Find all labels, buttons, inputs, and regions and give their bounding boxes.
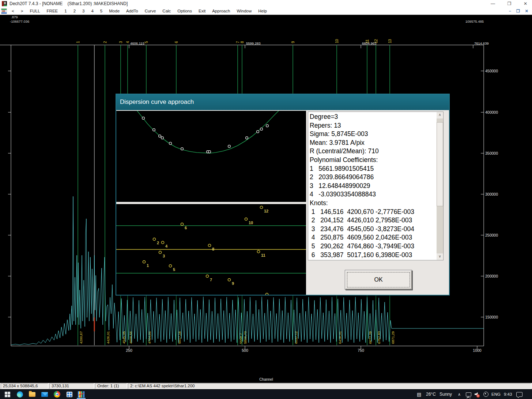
clock[interactable]: 9:43: [504, 389, 512, 399]
menu-item-Mode[interactable]: Mode: [106, 8, 123, 14]
svg-text:2: 2: [103, 41, 107, 43]
mail-icon[interactable]: [39, 389, 50, 399]
panel-scrollbar[interactable]: ∧ ∨: [437, 112, 443, 260]
svg-text:250: 250: [126, 348, 132, 353]
svg-text:6604,963: 6604,963: [362, 41, 377, 45]
menu-item-2[interactable]: 2: [70, 8, 79, 14]
svg-text:10: 10: [249, 221, 253, 225]
info-line: 3 234,476 4545,050 -3,8273E-004: [310, 225, 430, 234]
mdi-close-button[interactable]: ✕: [525, 9, 528, 14]
svg-text:8: 8: [212, 247, 214, 251]
status-order: Order: 1 (1): [95, 383, 127, 389]
svg-text:13: 13: [388, 39, 392, 43]
svg-text:7: 7: [236, 41, 240, 43]
menu-bar: 100 <>FULLFREE12345ModeAddToCurveCalcOpt…: [0, 7, 532, 15]
scroll-down-icon[interactable]: ∨: [437, 253, 443, 260]
file-explorer-icon[interactable]: [27, 389, 37, 399]
svg-text:5806,73: 5806,73: [243, 331, 247, 344]
svg-text:5: 5: [144, 41, 148, 43]
svg-text:300000: 300000: [485, 192, 498, 196]
chrome-icon[interactable]: [52, 389, 62, 399]
svg-text:400000: 400000: [485, 110, 498, 114]
mdi-minimize-button[interactable]: –: [509, 9, 511, 14]
info-line: Mean: 3.9781 A/pix: [310, 139, 430, 147]
ok-button[interactable]: OK: [345, 270, 412, 290]
action-center-icon[interactable]: [516, 389, 522, 399]
scroll-up-icon[interactable]: ∧: [437, 112, 443, 118]
svg-text:3: 3: [119, 41, 123, 43]
svg-text:3: 3: [163, 254, 165, 258]
scrollbar-thumb[interactable]: [437, 122, 443, 206]
info-line: Knots:: [310, 199, 430, 208]
restore-button[interactable]: ❐: [503, 0, 516, 7]
zoom-100-icon[interactable]: 100: [1, 8, 7, 14]
residual-points: 12345678910111213: [143, 206, 274, 295]
weather-condition[interactable]: Sunny: [439, 389, 452, 399]
taskbar: ▤ 26°C Sunny ∧ ✕ ENG 9:43: [0, 389, 532, 399]
status-cursor-coords: 25,034 x 508845,6: [1, 383, 48, 389]
start-button[interactable]: [2, 389, 12, 399]
tray-chevron-icon[interactable]: ∧: [458, 389, 461, 399]
mdi-controls: – ❐ ✕: [509, 9, 532, 14]
approach-info-text: Degree=3Repers: 13Sigma: 5,8745E-003Mean…: [310, 113, 430, 259]
svg-text:1: 1: [76, 41, 80, 43]
dech-app-icon[interactable]: [76, 389, 86, 399]
meet-now-icon[interactable]: [483, 389, 488, 399]
menu-item-FREE[interactable]: FREE: [44, 8, 61, 14]
svg-text:1000: 1000: [473, 348, 482, 353]
svg-text:4426,01: 4426,01: [106, 331, 110, 344]
language-indicator[interactable]: ENG: [491, 389, 501, 399]
menu-item-FULL[interactable]: FULL: [26, 8, 43, 14]
svg-text:2: 2: [157, 241, 159, 245]
reper-markers: [142, 117, 269, 153]
svg-text:350000: 350000: [485, 151, 498, 155]
approach-info-panel[interactable]: Degree=3Repers: 13Sigma: 5,8745E-003Mean…: [308, 112, 444, 260]
svg-text:11: 11: [261, 253, 265, 257]
info-line: 5 290,262 4764,860 -3,7949E-003: [310, 242, 430, 251]
edge-icon[interactable]: [15, 389, 25, 399]
window-titlebar: Dech20T 7.4.3 - [NONAME (Sthar1.200) :MA…: [0, 0, 532, 7]
menu-item-3[interactable]: 3: [79, 8, 88, 14]
svg-text:9: 9: [232, 281, 234, 286]
close-button[interactable]: ✕: [519, 0, 532, 7]
menu-item-Curve[interactable]: Curve: [142, 8, 159, 14]
menu-item-4[interactable]: 4: [88, 8, 97, 14]
volume-muted-icon[interactable]: ✕: [475, 389, 479, 399]
svg-text:200000: 200000: [485, 274, 498, 278]
info-line: 2 204,152 4426,010 2,7958E-003: [310, 216, 430, 225]
store-icon[interactable]: [64, 389, 75, 399]
info-line: 1 146,516 4200,670 -2,7776E-003: [310, 208, 430, 217]
network-icon[interactable]: [466, 389, 471, 399]
menu-item-5[interactable]: 5: [97, 8, 106, 14]
svg-text:8: 8: [240, 41, 244, 43]
info-line: 6 353,987 5017,160 6,3980E-003: [310, 251, 430, 260]
svg-text:5: 5: [173, 267, 175, 272]
weather-temperature[interactable]: 26°C: [426, 389, 436, 399]
menu-item-Window[interactable]: Window: [233, 8, 255, 14]
svg-text:150000: 150000: [485, 315, 498, 319]
mdi-restore-button[interactable]: ❐: [516, 9, 520, 14]
news-widget-icon[interactable]: ▤: [417, 389, 421, 399]
svg-text:6416,31: 6416,31: [338, 331, 342, 344]
dialog-titlebar[interactable]: Dispersion curve approach: [116, 94, 449, 110]
menu-item-AddTo[interactable]: AddTo: [123, 8, 142, 14]
svg-text:500: 500: [242, 348, 248, 353]
info-line: 1 5661.98901505415: [310, 165, 430, 173]
menu-item-Help[interactable]: Help: [255, 8, 270, 14]
menu-item-nav[interactable]: <: [8, 8, 18, 14]
menu-item-1[interactable]: 1: [61, 8, 70, 14]
menu-item-Calc[interactable]: Calc: [159, 8, 174, 14]
svg-text:10: 10: [335, 39, 339, 43]
svg-text:6: 6: [174, 41, 178, 43]
menu-item-Options[interactable]: Options: [174, 8, 195, 14]
menu-item-nav[interactable]: >: [18, 8, 27, 14]
svg-text:6871,29: 6871,29: [391, 331, 395, 344]
info-line: Sigma: 5,8745E-003: [310, 130, 430, 139]
svg-text:7: 7: [210, 278, 212, 282]
svg-text:1: 1: [147, 263, 149, 268]
menu-item-Exit[interactable]: Exit: [195, 8, 209, 14]
minimize-button[interactable]: —: [487, 0, 499, 7]
status-file-path: 2: c:\EM AS 442 spektr\Sthar1.200: [128, 383, 531, 389]
menu-item-Approach[interactable]: Approach: [209, 8, 233, 14]
app-icon: [2, 1, 7, 6]
